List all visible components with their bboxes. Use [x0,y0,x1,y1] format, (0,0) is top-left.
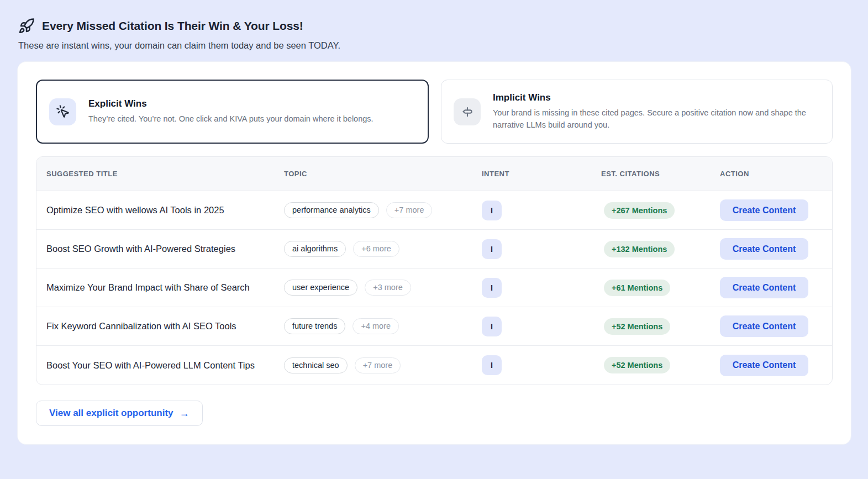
page-header: Every Missed Citation Is Their Win & You… [0,0,868,51]
opportunities-panel: Explicit Wins They’re cited. You’re not.… [17,61,851,445]
mentions-badge: +52 Mentions [604,357,670,373]
table-row: Fix Keyword Cannibalization with AI SEO … [36,307,832,346]
suggested-title: Maximize Your Brand Impact with Share of… [46,280,284,294]
table-row: Boost Your SEO with AI-Powered LLM Conte… [36,346,832,385]
topic-pill: user experience [284,280,357,296]
page-subtitle: These are instant wins, your domain can … [18,40,848,51]
view-all-label: View all explicit opportunity [49,408,173,419]
column-header-suggested-title: SUGGESTED TITLE [46,170,284,178]
explicit-wins-description: They’re cited. You’re not. One click and… [88,113,373,125]
create-content-button[interactable]: Create Content [720,315,808,337]
suggested-title: Fix Keyword Cannibalization with AI SEO … [46,319,284,333]
implicit-wins-title: Implicit Wins [493,92,809,103]
topic-pill: performance analytics [284,202,379,218]
topic-pill: future trends [284,318,345,334]
cursor-click-icon [49,98,76,125]
opportunities-table: SUGGESTED TITLE TOPIC INTENT EST. CITATI… [36,156,833,385]
mentions-badge: +61 Mentions [604,280,670,296]
suggested-title: Boost SEO Growth with AI-Powered Strateg… [46,241,284,256]
table-row: Boost SEO Growth with AI-Powered Strateg… [36,230,832,269]
mentions-badge: +267 Mentions [604,202,675,219]
topic-more-pill[interactable]: +4 more [353,318,399,334]
implicit-wins-description: Your brand is missing in these cited pag… [493,107,809,131]
create-content-button[interactable]: Create Content [720,199,808,221]
create-content-button[interactable]: Create Content [720,238,808,260]
create-content-button[interactable]: Create Content [720,277,808,298]
mentions-badge: +132 Mentions [604,241,675,257]
create-content-button[interactable]: Create Content [720,355,808,376]
topic-more-pill[interactable]: +6 more [353,241,399,257]
mentions-badge: +52 Mentions [604,318,670,335]
intent-badge: I [482,317,502,336]
intent-badge: I [482,239,502,259]
intent-badge: I [482,355,502,375]
explicit-wins-card[interactable]: Explicit Wins They’re cited. You’re not.… [36,80,429,144]
explicit-wins-title: Explicit Wins [88,98,373,109]
table-header-row: SUGGESTED TITLE TOPIC INTENT EST. CITATI… [36,157,832,191]
arrow-right-icon: → [180,408,190,419]
wins-tabs: Explicit Wins They’re cited. You’re not.… [36,80,833,144]
suggested-title: Optimize SEO with wellows AI Tools in 20… [46,203,284,217]
topic-more-pill[interactable]: +3 more [365,280,411,296]
column-header-est-citations: EST. CITATIONS [601,170,720,178]
table-row: Maximize Your Brand Impact with Share of… [36,269,832,307]
topic-more-pill[interactable]: +7 more [386,202,433,218]
topic-more-pill[interactable]: +7 more [355,357,401,373]
column-header-action: ACTION [720,170,832,178]
column-header-topic: TOPIC [284,170,482,178]
intent-badge: I [482,278,502,298]
table-row: Optimize SEO with wellows AI Tools in 20… [36,191,832,230]
signpost-icon [454,98,481,125]
view-all-explicit-opportunity-button[interactable]: View all explicit opportunity → [36,401,203,426]
topic-pill: technical seo [284,357,348,373]
page-title: Every Missed Citation Is Their Win & You… [42,19,303,33]
topic-pill: ai algorithms [284,241,346,257]
suggested-title: Boost Your SEO with AI-Powered LLM Conte… [46,358,284,372]
rocket-icon [18,18,35,34]
column-header-intent: INTENT [482,170,601,178]
intent-badge: I [482,201,502,220]
implicit-wins-card[interactable]: Implicit Wins Your brand is missing in t… [441,80,833,144]
